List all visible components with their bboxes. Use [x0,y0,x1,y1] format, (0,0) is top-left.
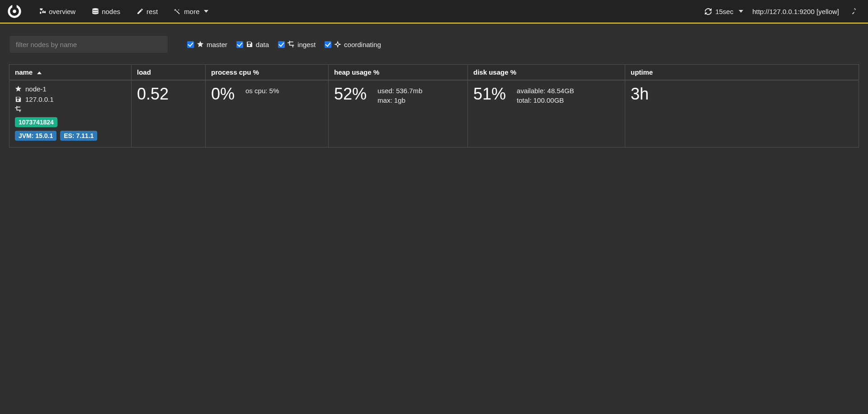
col-header-disk-label: disk usage % [473,68,516,76]
connect-button[interactable] [848,5,861,18]
page-content: master data ingest coordinating [0,24,868,159]
mem-badge: 1073741824 [15,117,57,127]
heap-max-label: max: 1gb [377,96,422,104]
cell-uptime: 3h [625,80,859,148]
col-header-name[interactable]: name [9,65,132,81]
star-icon [15,86,22,92]
node-name: node-1 [25,85,47,93]
nav-overview[interactable]: overview [31,3,84,20]
col-header-cpu-label: process cpu % [211,68,259,76]
svg-point-2 [13,10,16,13]
filter-data-label: data [256,41,269,48]
wand-icon [174,8,181,15]
filter-master-checkbox[interactable] [187,41,194,48]
nav-nodes-label: nodes [102,8,120,15]
uptime-value: 3h [631,85,853,103]
disk-total-label: total: 100.00GB [517,96,574,104]
logo-icon [7,4,22,19]
nav-rest[interactable]: rest [128,3,166,20]
col-header-heap[interactable]: heap usage % [329,65,468,81]
database-icon [92,8,99,15]
cell-cpu: 0% os cpu: 5% [206,80,329,148]
nav-more[interactable]: more [166,3,217,20]
col-header-cpu[interactable]: process cpu % [206,65,329,81]
filter-ingest-checkbox[interactable] [278,41,285,48]
filter-data-checkbox[interactable] [236,41,243,48]
disk-icon [15,96,22,103]
nav-nodes[interactable]: nodes [84,3,128,20]
load-value: 0.52 [137,85,200,103]
crop-icon [15,106,22,113]
refresh-icon [705,8,712,15]
refresh-interval-label: 15sec [715,8,733,15]
col-header-load-label: load [137,68,151,76]
sitemap-icon [39,8,46,15]
star-icon [197,41,204,48]
plug-icon [851,8,858,15]
disk-value: 51% [473,85,506,103]
filter-master[interactable]: master [187,41,227,48]
cluster-host-label: http://127.0.0.1:9200 [yellow] [752,8,839,15]
nav-right-group: 15sec http://127.0.0.1:9200 [yellow] [705,5,861,18]
chevron-down-icon [739,10,743,13]
filter-ingest[interactable]: ingest [278,41,316,48]
disk-icon [246,41,253,48]
cell-disk: 51% available: 48.54GB total: 100.00GB [468,80,625,148]
cell-heap: 52% used: 536.7mb max: 1gb [329,80,468,148]
nav-left-group: overview nodes rest more [31,3,217,20]
app-logo[interactable] [6,3,23,19]
role-filter-group: master data ingest coordinating [187,41,381,48]
filter-coordinating-checkbox[interactable] [325,41,331,48]
filter-ingest-label: ingest [297,41,316,48]
crop-icon [288,41,295,48]
filter-bar: master data ingest coordinating [9,35,859,53]
cell-load: 0.52 [132,80,206,148]
svg-rect-1 [12,4,16,8]
compass-icon [334,41,341,48]
heap-used-label: used: 536.7mb [377,87,422,95]
col-header-uptime[interactable]: uptime [625,65,859,81]
nav-overview-label: overview [49,8,75,15]
filter-master-label: master [207,41,227,48]
filter-data[interactable]: data [236,41,269,48]
col-header-name-label: name [15,68,33,76]
col-header-load[interactable]: load [132,65,206,81]
col-header-heap-label: heap usage % [334,68,379,76]
node-filter-input[interactable] [9,35,168,53]
filter-coordinating[interactable]: coordinating [325,41,381,48]
cell-node-name: node-1 127.0.0.1 1073741824 JVM: 15.0.1 [9,80,132,148]
table-header-row: name load process cpu % heap usage % dis… [9,65,859,81]
jvm-badge: JVM: 15.0.1 [15,131,57,141]
cpu-value: 0% [211,85,235,103]
disk-available-label: available: 48.54GB [517,87,574,95]
refresh-interval-selector[interactable]: 15sec [705,8,743,15]
nodes-table: name load process cpu % heap usage % dis… [9,64,859,148]
heap-value: 52% [334,85,367,103]
col-header-disk[interactable]: disk usage % [468,65,625,81]
edit-icon [137,8,144,15]
filter-coordinating-label: coordinating [344,41,381,48]
es-badge: ES: 7.11.1 [60,131,97,141]
nav-rest-label: rest [146,8,158,15]
table-row: node-1 127.0.0.1 1073741824 JVM: 15.0.1 [9,80,859,148]
node-ip: 127.0.0.1 [25,95,54,103]
col-header-uptime-label: uptime [631,68,653,76]
os-cpu-label: os cpu: 5% [245,87,279,95]
top-navbar: overview nodes rest more 15sec http://12… [0,0,868,24]
sort-asc-icon [37,71,42,74]
nav-more-label: more [184,8,199,15]
chevron-down-icon [204,10,208,13]
